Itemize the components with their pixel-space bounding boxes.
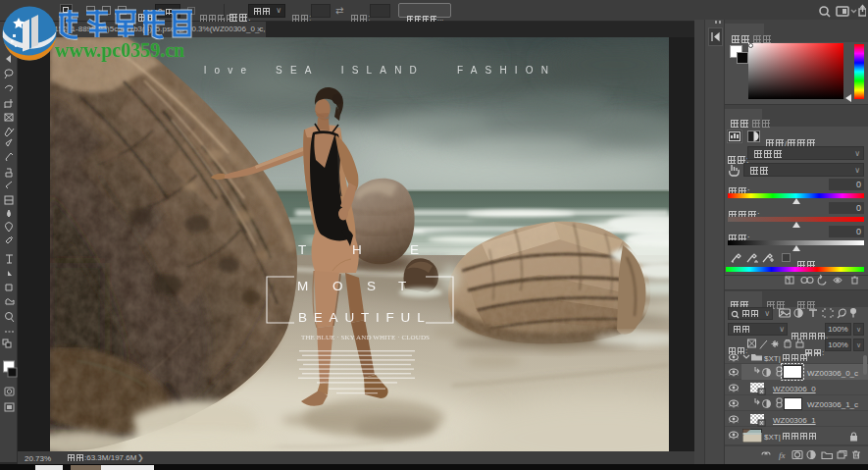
- svg-text:fx: fx: [779, 450, 786, 460]
- svg-text:T: T: [298, 242, 306, 257]
- svg-text:T: T: [398, 279, 406, 293]
- svg-text:M: M: [297, 279, 308, 293]
- svg-text:H: H: [352, 242, 362, 257]
- svg-text:love SEA ISLAND FASHION: love SEA ISLAND FASHION: [204, 65, 556, 76]
- svg-text:O: O: [332, 279, 343, 293]
- svg-text:THE BLUE · SKY AND WHITE · CLO: THE BLUE · SKY AND WHITE · CLOUDS: [301, 334, 430, 341]
- svg-text:S: S: [367, 279, 376, 293]
- svg-text:BEAUTIFUL: BEAUTIFUL: [298, 310, 431, 325]
- svg-text:E: E: [410, 242, 419, 257]
